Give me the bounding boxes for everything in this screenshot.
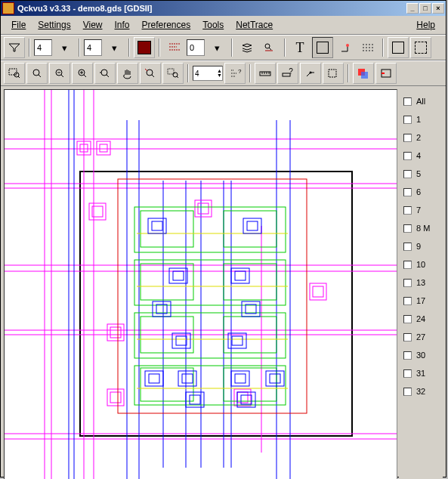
toolbar-2: 4 ▲▼ ? ?: [1, 60, 446, 86]
zoom-out-icon: [53, 67, 66, 79]
layer-row[interactable]: 7: [399, 201, 443, 219]
svg-text:?: ?: [238, 68, 242, 75]
layer-row[interactable]: 8 M: [399, 219, 443, 237]
svg-rect-73: [172, 333, 190, 348]
zoom-out-button[interactable]: [49, 63, 70, 84]
layer-search-button[interactable]: [259, 37, 280, 58]
fill-color-button[interactable]: [134, 37, 155, 58]
zoom-window-button[interactable]: [140, 63, 161, 84]
menu-nettrace[interactable]: NetTrace: [230, 17, 279, 32]
svg-rect-65: [169, 268, 187, 283]
input-3[interactable]: 0: [187, 39, 205, 56]
svg-rect-74: [176, 336, 187, 345]
checkbox-icon[interactable]: [403, 116, 412, 124]
svg-rect-67: [231, 268, 249, 283]
zoom-area-button[interactable]: [4, 63, 25, 84]
svg-rect-66: [173, 271, 184, 280]
layers-button[interactable]: [236, 37, 258, 58]
zoom-prev-button[interactable]: [94, 63, 116, 84]
checkbox-icon[interactable]: [403, 388, 412, 396]
rect-fill-button[interactable]: [388, 37, 409, 58]
layer-row[interactable]: 31: [399, 364, 443, 382]
zoom-in-button[interactable]: [72, 63, 93, 84]
corner-snap-button[interactable]: [335, 37, 356, 58]
align-left-button[interactable]: [164, 37, 185, 58]
checkbox-icon[interactable]: [403, 297, 412, 305]
marquee-button[interactable]: [410, 37, 431, 58]
ruler-button[interactable]: [255, 63, 276, 84]
input-2[interactable]: 4: [84, 39, 102, 56]
snap-point-button[interactable]: [300, 63, 321, 84]
menu-help[interactable]: Help: [410, 17, 441, 32]
svg-point-7: [366, 47, 367, 48]
checkbox-icon[interactable]: [403, 369, 412, 378]
rect-icon: [392, 42, 404, 54]
close-button[interactable]: ×: [432, 3, 444, 14]
layer-row[interactable]: 13: [399, 273, 443, 292]
layer-row[interactable]: 24: [399, 310, 443, 328]
layer-row[interactable]: 10: [399, 255, 443, 273]
crop-button[interactable]: [323, 63, 344, 84]
layer-label: 32: [416, 387, 425, 396]
layer-row[interactable]: 30: [399, 346, 443, 364]
checkbox-icon[interactable]: [403, 333, 412, 341]
layer-all-row[interactable]: All: [399, 92, 443, 110]
checkbox-icon[interactable]: [403, 315, 412, 323]
menu-file[interactable]: File: [5, 17, 32, 32]
spinner-arrows-icon[interactable]: ▲▼: [217, 69, 222, 78]
layer-row[interactable]: 27: [399, 328, 443, 346]
checkbox-icon[interactable]: [403, 279, 412, 287]
corner-icon: [338, 42, 352, 53]
checkbox-icon[interactable]: [403, 224, 412, 233]
layer-row[interactable]: 1: [399, 110, 443, 128]
svg-rect-45: [110, 392, 121, 403]
maximize-button[interactable]: □: [419, 3, 431, 14]
checkbox-icon[interactable]: [403, 134, 412, 142]
zoom-fit-button[interactable]: [26, 63, 48, 84]
checkbox-icon[interactable]: [403, 170, 412, 178]
arrow-down-3[interactable]: ▾: [206, 37, 227, 58]
input-1[interactable]: 4: [34, 39, 52, 56]
menu-view[interactable]: View: [77, 17, 109, 32]
arrow-down-1[interactable]: ▾: [54, 37, 75, 58]
select-edge-button[interactable]: [375, 63, 397, 84]
layer-row[interactable]: 9: [399, 237, 443, 255]
svg-rect-81: [231, 371, 249, 386]
ruler-query-button[interactable]: ?: [277, 63, 298, 84]
svg-rect-46: [234, 389, 251, 406]
checkbox-icon[interactable]: [403, 351, 412, 360]
menu-preferences[interactable]: Preferences: [136, 17, 197, 32]
menu-tools[interactable]: Tools: [196, 17, 230, 32]
checkbox-icon[interactable]: [403, 188, 412, 196]
filter-button[interactable]: [4, 37, 25, 58]
layer-label: 8 M: [416, 224, 430, 233]
color-overlay-button[interactable]: [353, 63, 374, 84]
zoom-selection-button[interactable]: [162, 63, 184, 84]
arrow-down-2[interactable]: ▾: [104, 37, 125, 58]
svg-rect-42: [107, 324, 124, 341]
svg-rect-62: [152, 221, 162, 230]
layer-row[interactable]: 5: [399, 165, 443, 183]
layer-row[interactable]: 4: [399, 147, 443, 165]
checkbox-icon[interactable]: [403, 261, 412, 269]
layer-row[interactable]: 2: [399, 128, 443, 147]
checkbox-icon[interactable]: [403, 152, 412, 160]
outline-mode-button[interactable]: [312, 37, 333, 58]
menubar: File Settings View Info Preferences Tool…: [1, 16, 446, 35]
layer-row[interactable]: 32: [399, 382, 443, 400]
checkbox-icon[interactable]: [403, 206, 412, 215]
checkbox-icon[interactable]: [403, 97, 412, 106]
nesting-level-input[interactable]: 4 ▲▼: [193, 66, 223, 81]
layer-row[interactable]: 17: [399, 292, 443, 310]
pan-button[interactable]: [117, 63, 138, 84]
grid-dots-button[interactable]: [357, 37, 378, 58]
checkbox-icon[interactable]: [403, 243, 412, 251]
layout-canvas[interactable]: [4, 89, 397, 479]
hierarchy-button[interactable]: ?: [224, 63, 246, 84]
layer-row[interactable]: 6: [399, 183, 443, 201]
text-tool-button[interactable]: T: [289, 37, 311, 58]
menu-settings[interactable]: Settings: [32, 17, 76, 32]
svg-rect-78: [149, 374, 159, 383]
menu-info[interactable]: Info: [109, 17, 136, 32]
minimize-button[interactable]: _: [406, 3, 419, 14]
